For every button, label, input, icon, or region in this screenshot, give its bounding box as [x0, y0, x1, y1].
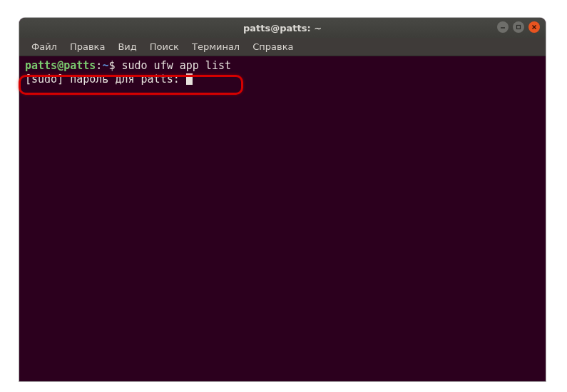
- sudo-prompt: [sudo] пароль для patts:: [25, 73, 186, 86]
- window-title: patts@patts: ~: [243, 23, 322, 33]
- prompt-symbol: $: [108, 59, 115, 72]
- terminal-body[interactable]: patts@patts:~$ sudo ufw app list [sudo] …: [19, 56, 546, 381]
- prompt-line: patts@patts:~$ sudo ufw app list: [25, 59, 540, 73]
- maximize-icon: [516, 24, 521, 30]
- maximize-button[interactable]: [513, 21, 524, 33]
- svg-rect-1: [517, 26, 521, 29]
- menubar: Файл Правка Вид Поиск Терминал Справка: [19, 38, 546, 56]
- close-icon: [531, 24, 537, 30]
- menu-search[interactable]: Поиск: [143, 38, 185, 55]
- close-button[interactable]: [528, 21, 540, 33]
- cursor: [186, 73, 193, 85]
- terminal-window: patts@patts: ~ Файл Правка Вид Поиск Тер…: [19, 18, 546, 381]
- menu-edit[interactable]: Правка: [63, 38, 111, 55]
- sudo-line: [sudo] пароль для patts:: [25, 73, 540, 86]
- minimize-icon: [500, 24, 506, 30]
- menu-view[interactable]: Вид: [111, 38, 143, 55]
- menu-help[interactable]: Справка: [246, 38, 300, 55]
- window-controls: [497, 21, 540, 33]
- minimize-button[interactable]: [497, 21, 509, 33]
- menu-file[interactable]: Файл: [25, 38, 63, 55]
- prompt-user-host: patts@patts: [25, 59, 96, 72]
- command-text: sudo ufw app list: [121, 59, 231, 72]
- menu-terminal[interactable]: Терминал: [185, 38, 246, 55]
- titlebar: patts@patts: ~: [19, 18, 546, 38]
